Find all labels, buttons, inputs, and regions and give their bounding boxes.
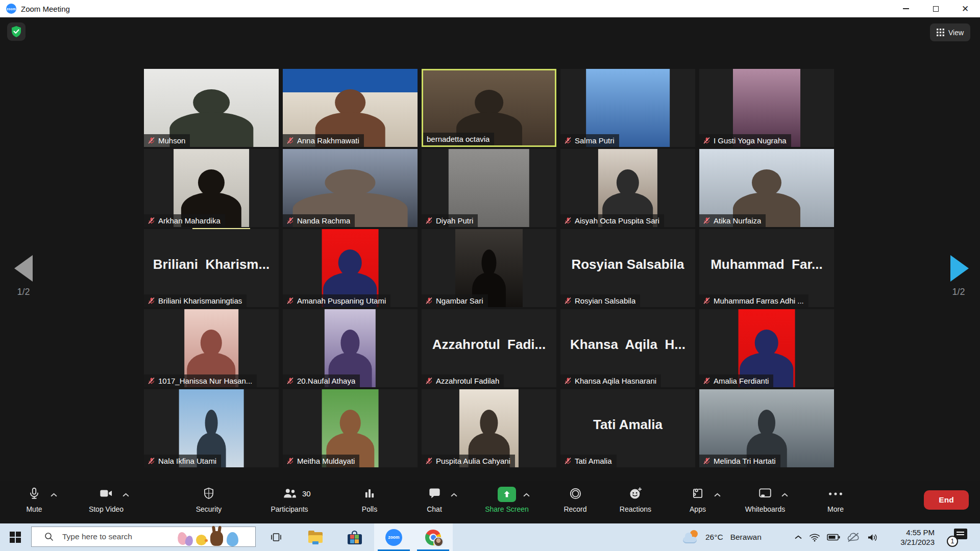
participant-name-label: Arkhan Mahardika (144, 214, 225, 227)
window-title: Zoom Meeting (21, 5, 70, 13)
taskbar-weather-widget[interactable]: 26°C Berawan (680, 523, 762, 551)
chevron-up-icon[interactable] (51, 493, 57, 497)
windows-logo-icon (10, 532, 21, 543)
toolbar-button-label: More (827, 505, 844, 513)
participant-name-label: Tati Amalia (560, 455, 617, 467)
muted-mic-icon (286, 377, 294, 385)
minimize-button[interactable] (891, 0, 921, 17)
microphone-icon (28, 487, 41, 502)
participant-name-label: Amanah Puspaning Utami (283, 294, 390, 307)
end-meeting-button[interactable]: End (924, 490, 969, 510)
microsoft-store-button[interactable] (335, 523, 374, 551)
search-input[interactable] (61, 532, 181, 542)
video-camera-icon (99, 486, 113, 503)
participant-tile[interactable]: Nala Ikfina Utami (144, 389, 279, 467)
muted-mic-icon (148, 137, 155, 144)
toolbar-button-label: Participants (271, 505, 308, 513)
participant-tile[interactable]: Muhammad Far...Muhammad Farras Adhi ... (699, 229, 834, 307)
notification-center-button[interactable]: 1 (943, 523, 975, 551)
zoom-taskbar-button[interactable]: zoom (374, 523, 413, 551)
taskbar-search-box[interactable] (31, 527, 256, 547)
wifi-icon[interactable] (809, 533, 820, 542)
participant-tile[interactable]: Melinda Tri Hartati (699, 389, 834, 467)
toolbar-whiteboards-button[interactable]: Whiteboards (729, 486, 801, 513)
windows-start-button[interactable] (0, 523, 31, 551)
toolbar-share-screen-button[interactable]: Share Screen (471, 486, 543, 513)
participant-name-label: Amalia Ferdianti (699, 374, 773, 387)
search-icon (44, 532, 54, 541)
battery-icon[interactable] (827, 534, 840, 541)
participant-tile[interactable]: I Gusti Yoga Nugraha (699, 69, 834, 147)
participant-tile[interactable]: Tati AmaliaTati Amalia (560, 389, 695, 467)
next-page-arrow[interactable] (950, 255, 969, 282)
window-controls: ✕ (891, 0, 980, 17)
previous-page-arrow[interactable] (14, 255, 33, 282)
grid-view-icon (937, 29, 944, 36)
task-view-button[interactable] (256, 523, 296, 551)
muted-mic-icon (564, 137, 572, 144)
onedrive-paused-icon[interactable] (847, 532, 860, 542)
chevron-up-icon[interactable] (451, 493, 457, 497)
whiteboard-icon (758, 487, 772, 502)
muted-mic-icon (286, 137, 294, 144)
participant-tile[interactable]: 1017_Hanissa Nur Hasan... (144, 309, 279, 387)
participant-tile[interactable]: Muhson (144, 69, 279, 147)
toolbar-button-label: Stop Video (89, 505, 124, 513)
toolbar-polls-button[interactable]: Polls (334, 486, 405, 513)
participant-name-label: I Gusti Yoga Nugraha (699, 134, 791, 147)
participant-tile[interactable]: bernadetta octavia (422, 69, 556, 147)
participant-tile[interactable]: Rosyian SalsabilaRosyian Salsabila (560, 229, 695, 307)
muted-mic-icon (703, 377, 710, 385)
taskbar-clock[interactable]: 4:55 PM 3/21/2023 (885, 528, 935, 547)
participant-tile[interactable]: Amalia Ferdianti (699, 309, 834, 387)
toolbar-security-button[interactable]: Security (173, 486, 244, 513)
participant-tile[interactable]: Ngambar Sari (422, 229, 556, 307)
participant-tile[interactable]: 20.Naufal Athaya (283, 309, 418, 387)
toolbar-stop-video-button[interactable]: Stop Video (70, 486, 142, 513)
easter-decoration (176, 526, 252, 546)
muted-mic-icon (564, 297, 572, 305)
chrome-taskbar-button[interactable] (413, 523, 453, 551)
toolbar-more-button[interactable]: More (800, 486, 871, 513)
participant-tile[interactable]: Atika Nurfaiza (699, 149, 834, 227)
toolbar-apps-button[interactable]: Apps (662, 486, 733, 513)
file-explorer-icon (308, 531, 323, 544)
muted-mic-icon (148, 377, 155, 385)
restore-icon (933, 6, 939, 12)
participant-tile[interactable]: Azzahrotul Fadi...Azzahrotul Fadilah (422, 309, 556, 387)
weather-temperature: 26°C (705, 533, 723, 542)
participant-tile[interactable]: Amanah Puspaning Utami (283, 229, 418, 307)
meeting-security-shield[interactable] (7, 22, 26, 41)
muted-mic-icon (425, 297, 433, 305)
file-explorer-button[interactable] (296, 523, 335, 551)
chevron-up-icon[interactable] (523, 493, 530, 497)
participant-tile[interactable]: Aisyah Octa Puspita Sari (560, 149, 695, 227)
toolbar-chat-button[interactable]: Chat (399, 486, 470, 513)
record-icon (569, 487, 582, 503)
microsoft-store-icon (348, 531, 362, 544)
participant-tile[interactable]: Diyah Putri (422, 149, 556, 227)
participant-tile[interactable]: Khansa Aqila H...Khansa Aqila Hasnarani (560, 309, 695, 387)
chevron-up-icon[interactable] (794, 535, 802, 540)
participant-tile[interactable]: Arkhan Mahardika (144, 149, 279, 227)
participant-name-label: Nala Ikfina Utami (144, 455, 221, 467)
system-tray (794, 523, 878, 551)
participant-tile[interactable]: Meitha Muldayati (283, 389, 418, 467)
chevron-up-icon[interactable] (122, 493, 129, 497)
participant-tile[interactable]: Puspita Aulia Cahyani (422, 389, 556, 467)
speaker-icon[interactable] (867, 533, 878, 542)
participant-tile[interactable]: Nanda Rachma (283, 149, 418, 227)
toolbar-participants-button[interactable]: 30Participants (254, 486, 325, 513)
chevron-up-icon[interactable] (781, 493, 788, 497)
participant-tile[interactable]: Anna Rakhmawati (283, 69, 418, 147)
toolbar-mute-button[interactable]: Mute (0, 486, 70, 513)
participant-tile[interactable]: Salma Putri (560, 69, 695, 147)
participant-tile[interactable]: Briliani Kharism...Briliani Kharismaning… (144, 229, 279, 307)
chevron-up-icon[interactable] (714, 493, 721, 497)
view-button[interactable]: View (930, 23, 970, 41)
close-button[interactable]: ✕ (950, 0, 980, 17)
muted-mic-icon (425, 457, 433, 465)
toolbar-reactions-button[interactable]: Reactions (600, 486, 671, 513)
restore-button[interactable] (921, 0, 950, 17)
participant-name-label: 20.Naufal Athaya (283, 374, 360, 387)
